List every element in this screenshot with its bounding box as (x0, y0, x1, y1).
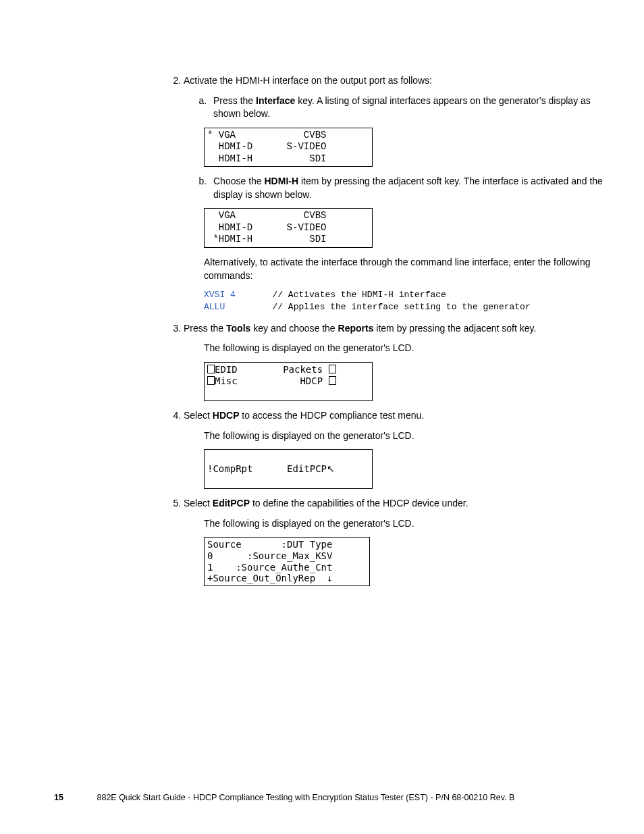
main-ordered-list: Activate the HDMI-H interface on the out… (169, 74, 608, 586)
step-3-post1: item by pressing the adjacent soft key. (373, 323, 536, 334)
step-2b: Choose the HDMI-H item by pressing the a… (209, 175, 608, 201)
step-2a-bold: Interface (256, 95, 295, 106)
box-icon (329, 365, 336, 373)
step-2-text: Activate the HDMI-H interface on the out… (184, 75, 432, 86)
step-4-bold: HDCP (213, 410, 240, 421)
display3-l1-right: Packets (283, 364, 323, 375)
page: Activate the HDMI-H interface on the out… (0, 0, 644, 834)
lcd-display-5: Source :DUT Type 0 :Source_Max_KSV 1 :So… (204, 537, 370, 586)
arrow-icon: ↖ (327, 463, 335, 474)
display3-l1-left: EDID (215, 364, 238, 375)
content-area: Activate the HDMI-H interface on the out… (169, 74, 608, 586)
step-5: Select EditPCP to define the capabilitie… (184, 497, 608, 586)
step-3: Press the Tools key and choose the Repor… (184, 322, 608, 402)
step-3-bold1: Tools (226, 323, 250, 334)
step-2a: Press the Interface key. A listing of si… (209, 95, 608, 121)
box-icon (207, 365, 215, 373)
step-5-bold: EditPCP (213, 498, 250, 509)
display4-right: EditPCP (287, 463, 327, 474)
step-5-following: The following is displayed on the genera… (204, 517, 608, 531)
step-4-pre: Select (184, 410, 213, 421)
step-4-post: to access the HDCP compliance test menu. (239, 410, 424, 421)
cmd-allu-comment: // Applies the interface setting to the … (225, 302, 530, 312)
page-footer: 15 882E Quick Start Guide - HDCP Complia… (54, 792, 590, 804)
lcd-display-2: VGA CVBS HDMI-D S-VIDEO *HDMI-H SDI (204, 208, 373, 248)
cmd-allu: ALLU (204, 302, 225, 312)
step-2-alt-text: Alternatively, to activate the interface… (204, 256, 608, 282)
step-3-bold2: Reports (338, 323, 374, 334)
footer-title: 882E Quick Start Guide - HDCP Compliance… (97, 793, 514, 802)
lcd-display-1: * VGA CVBS HDMI-D S-VIDEO HDMI-H SDI (204, 128, 373, 167)
step-3-pre1: Press the (184, 323, 226, 334)
command-block: XVSI 4 // Activates the HDMI-H interface… (204, 289, 608, 313)
box-icon (207, 376, 215, 385)
step-2-sublist: Press the Interface key. A listing of si… (184, 95, 608, 121)
step-2: Activate the HDMI-H interface on the out… (184, 74, 608, 314)
display3-l2-right: HDCP (300, 375, 323, 386)
box-icon (329, 376, 336, 385)
cmd-xvsi: XVSI 4 (204, 290, 236, 300)
step-2a-pre: Press the (213, 95, 256, 106)
lcd-display-4: !CompRpt EditPCP↖ (204, 449, 373, 489)
step-2b-bold: HDMI-H (265, 176, 299, 186)
step-3-following: The following is displayed on the genera… (204, 342, 608, 355)
display3-l2-left: Misc (215, 375, 238, 386)
page-number: 15 (54, 792, 95, 804)
step-4-following: The following is displayed on the genera… (204, 429, 608, 443)
display4-left: !CompRpt (207, 463, 252, 474)
step-4: Select HDCP to access the HDCP complianc… (184, 409, 608, 489)
step-2-sublist-b: Choose the HDMI-H item by pressing the a… (184, 175, 608, 201)
step-5-post: to define the capabilities of the HDCP d… (250, 498, 468, 509)
cmd-xvsi-comment: // Activates the HDMI-H interface (236, 290, 446, 300)
lcd-display-3: EDID Packets Misc HDCP (204, 362, 373, 402)
step-5-pre: Select (184, 498, 213, 509)
step-2b-pre: Choose the (213, 176, 265, 186)
step-3-mid1: key and choose the (250, 323, 338, 334)
